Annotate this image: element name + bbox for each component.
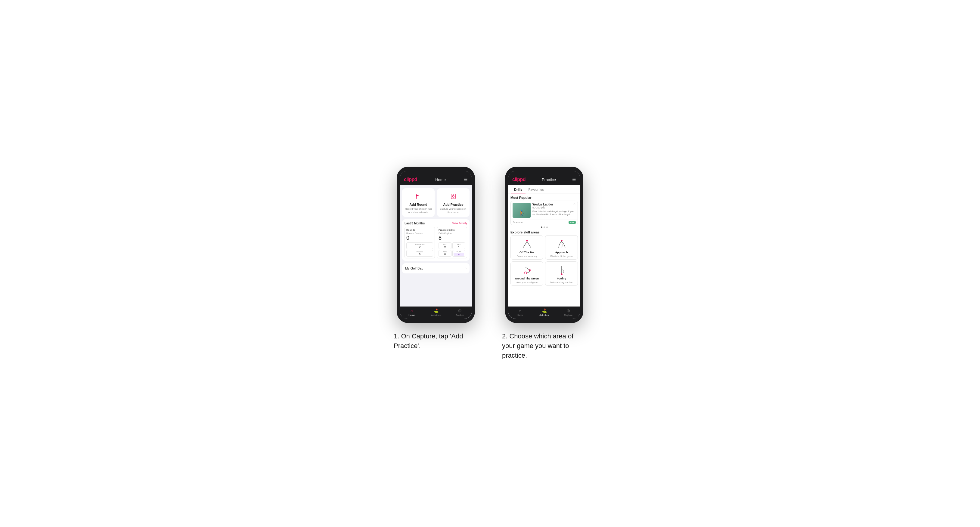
nav2-activities[interactable]: ⛳ Activities (532, 308, 556, 316)
drill-thumbnail: 🏌️ (512, 203, 531, 218)
activities-nav-icon-2: ⛳ (542, 308, 547, 313)
putting-subtitle: Make and lag practice (550, 281, 573, 284)
activities-nav-label: Activities (431, 314, 441, 316)
skill-off-the-tee[interactable]: Off The Tee Power and accuracy (511, 235, 543, 260)
putting-title: Putting (557, 277, 566, 280)
skill-approach[interactable]: Approach Dial-in to hit the green (545, 235, 578, 260)
nav2-home[interactable]: ⌂ Home (508, 308, 532, 316)
app-logo-2: clippd (512, 177, 525, 182)
caption1: 1. On Capture, tap 'Add Practice'. (394, 332, 478, 351)
nav-capture[interactable]: ⊕ Capture (448, 308, 472, 316)
add-round-card[interactable]: Add Round Record your shots in fast or e… (402, 188, 434, 217)
off-the-tee-title: Off The Tee (520, 251, 534, 254)
header-title: Home (435, 178, 446, 182)
svg-point-4 (526, 240, 528, 241)
bottom-nav-2: ⌂ Home ⛳ Activities ⊕ Capture (508, 306, 580, 319)
add-practice-title: Add Practice (443, 203, 463, 206)
drills-capture-value: 8 (439, 235, 465, 241)
practice-value: 0 (407, 253, 432, 256)
drill-description: Play 1 shot at each target yardage. If y… (533, 210, 576, 216)
putt-value: 4 (453, 253, 464, 256)
arg-value: 0 (440, 253, 450, 256)
putting-icon (554, 264, 569, 276)
my-golf-bag[interactable]: My Golf Bag › (402, 263, 469, 273)
tab-favourites[interactable]: Favourites (525, 185, 547, 193)
explore-title: Explore skill areas (511, 230, 578, 234)
approach-icon (554, 238, 569, 250)
arg-box: ARG 0 (439, 250, 452, 257)
hamburger-icon[interactable]: ☰ (464, 177, 468, 182)
my-golf-bag-label: My Golf Bag (405, 267, 423, 270)
carousel-dots (511, 225, 578, 228)
capture-nav-label-2: Capture (564, 314, 573, 316)
status-bar-2 (508, 171, 580, 175)
view-activity-link[interactable]: View Activity (452, 222, 467, 225)
practice-box: Practice 0 (406, 250, 433, 257)
drill-footer: ⏱ 9 shots APP (511, 220, 578, 225)
stats-header: Last 3 Months View Activity (404, 222, 467, 225)
tournament-value: 0 (407, 245, 432, 248)
capture-nav-icon-2: ⊕ (566, 308, 570, 313)
rounds-sub-row: Tournament 0 (406, 243, 433, 249)
phones-container: clippd Home ☰ (394, 167, 586, 360)
add-practice-subtitle: Capture your practice off-the-course (439, 208, 467, 214)
status-bar (400, 171, 472, 175)
phone2-frame: clippd Practice ☰ Drills Favourites (505, 167, 583, 323)
dot-1 (541, 227, 542, 228)
skill-putting[interactable]: Putting Make and lag practice (545, 261, 578, 286)
practice-scroll: Most Popular 🏌️ Wedge Ladder 50-100 yds (508, 194, 580, 306)
off-the-tee-icon (520, 238, 535, 250)
nav-activities[interactable]: ⛳ Activities (424, 308, 448, 316)
tabs-row: Drills Favourites (508, 185, 580, 194)
phone1-section: clippd Home ☰ (394, 167, 478, 351)
around-green-icon (520, 264, 535, 276)
stats-section: Last 3 Months View Activity Rounds Round… (402, 219, 469, 261)
off-the-tee-subtitle: Power and accuracy (517, 255, 537, 257)
header-title-2: Practice (542, 178, 556, 182)
skill-around-green[interactable]: Around The Green Hone your short game (511, 261, 543, 286)
app-box: APP 4 (452, 243, 465, 249)
home-nav-icon-2: ⌂ (519, 308, 521, 313)
drill-badge: APP (568, 221, 576, 224)
hamburger-icon-2[interactable]: ☰ (572, 177, 576, 182)
drills-capture-label: Drills Capture (439, 232, 465, 235)
rounds-capture-value: 0 (406, 235, 433, 241)
dot-2 (544, 227, 545, 228)
rounds-col: Rounds Rounds Capture 0 Tournament 0 (404, 227, 435, 259)
home-nav-label-2: Home (517, 314, 523, 316)
phone2-screen: clippd Practice ☰ Drills Favourites (508, 171, 580, 319)
svg-point-9 (524, 272, 527, 274)
star-icon[interactable]: ☆ (573, 203, 576, 206)
activities-nav-icon: ⛳ (433, 308, 439, 313)
caption2: 2. Choose which area of your game you wa… (502, 332, 586, 360)
phone2-section: clippd Practice ☰ Drills Favourites (502, 167, 586, 360)
app-value: 4 (453, 245, 464, 248)
approach-title: Approach (555, 251, 568, 254)
skill-grid: Off The Tee Power and accuracy (511, 235, 578, 286)
add-round-title: Add Round (409, 203, 427, 206)
add-practice-card[interactable]: Add Practice Capture your practice off-t… (437, 188, 469, 217)
nav-home[interactable]: ⌂ Home (400, 308, 424, 316)
home-nav-label: Home (409, 314, 415, 316)
drill-card[interactable]: 🏌️ Wedge Ladder 50-100 yds Play 1 shot a… (511, 201, 578, 225)
drill-shots-label: ⏱ 9 shots (512, 221, 523, 224)
tab-drills[interactable]: Drills (511, 185, 525, 193)
home-screen-content: Add Round Record your shots in fast or e… (400, 185, 472, 306)
app-logo: clippd (404, 177, 417, 182)
nav2-capture[interactable]: ⊕ Capture (556, 308, 580, 316)
practice-screen-content: Drills Favourites Most Popular (508, 185, 580, 306)
phone1-frame: clippd Home ☰ (397, 167, 475, 323)
capture-nav-icon: ⊕ (458, 308, 462, 313)
most-popular-title: Most Popular (511, 196, 578, 199)
add-practice-icon (449, 192, 458, 202)
stats-period: Last 3 Months (404, 222, 425, 225)
drill-name: Wedge Ladder (533, 203, 576, 206)
svg-rect-1 (451, 194, 455, 199)
app-header: clippd Home ☰ (400, 175, 472, 185)
stats-columns: Rounds Rounds Capture 0 Tournament 0 (404, 227, 467, 259)
ott-app-row: OTT 0 APP 4 (439, 243, 465, 249)
add-round-subtitle: Record your shots in fast or enhanced mo… (404, 208, 432, 214)
arg-putt-row: ARG 0 PUTT 4 (439, 250, 465, 257)
chevron-right-icon: › (465, 266, 466, 270)
app-header-2: clippd Practice ☰ (508, 175, 580, 185)
